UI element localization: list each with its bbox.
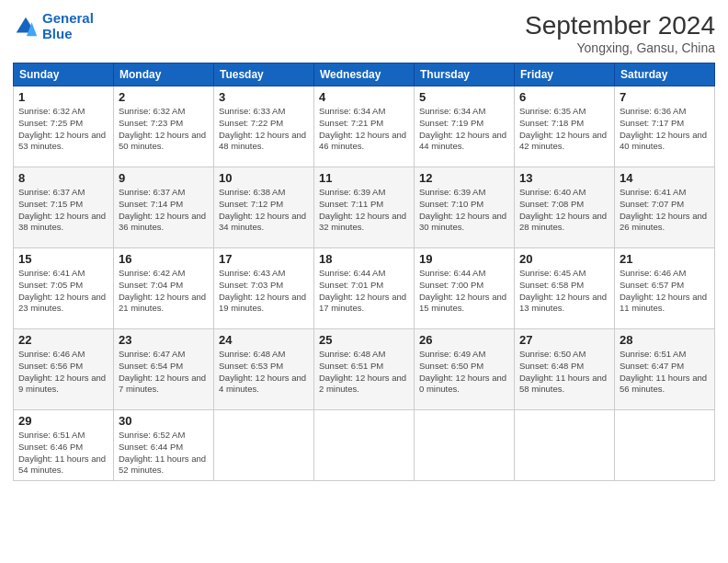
weekday-header: Wednesday bbox=[314, 63, 415, 86]
calendar-cell: 21Sunrise: 6:46 AMSunset: 6:57 PMDayligh… bbox=[615, 248, 715, 329]
calendar-cell: 5Sunrise: 6:34 AMSunset: 7:19 PMDaylight… bbox=[415, 86, 515, 167]
month-title: September 2024 bbox=[525, 11, 715, 40]
day-info: Sunrise: 6:34 AMSunset: 7:21 PMDaylight:… bbox=[319, 106, 409, 153]
logo-icon bbox=[13, 14, 39, 40]
title-block: September 2024 Yongxing, Gansu, China bbox=[525, 11, 715, 55]
day-number: 26 bbox=[419, 333, 509, 347]
day-info: Sunrise: 6:48 AMSunset: 6:53 PMDaylight:… bbox=[219, 349, 309, 396]
day-number: 6 bbox=[519, 90, 609, 104]
day-number: 25 bbox=[319, 333, 409, 347]
day-info: Sunrise: 6:37 AMSunset: 7:15 PMDaylight:… bbox=[18, 187, 108, 234]
calendar-cell bbox=[415, 410, 515, 481]
weekday-header: Monday bbox=[114, 63, 214, 86]
day-number: 21 bbox=[620, 252, 710, 266]
calendar-cell: 11Sunrise: 6:39 AMSunset: 7:11 PMDayligh… bbox=[314, 167, 415, 248]
calendar-cell: 19Sunrise: 6:44 AMSunset: 7:00 PMDayligh… bbox=[415, 248, 515, 329]
calendar-cell: 23Sunrise: 6:47 AMSunset: 6:54 PMDayligh… bbox=[114, 329, 214, 410]
day-info: Sunrise: 6:35 AMSunset: 7:18 PMDaylight:… bbox=[519, 106, 609, 153]
calendar-cell: 16Sunrise: 6:42 AMSunset: 7:04 PMDayligh… bbox=[114, 248, 214, 329]
calendar-cell: 27Sunrise: 6:50 AMSunset: 6:48 PMDayligh… bbox=[515, 329, 615, 410]
day-info: Sunrise: 6:42 AMSunset: 7:04 PMDaylight:… bbox=[119, 268, 209, 315]
calendar-cell: 4Sunrise: 6:34 AMSunset: 7:21 PMDaylight… bbox=[314, 86, 415, 167]
day-number: 3 bbox=[219, 90, 309, 104]
day-number: 24 bbox=[219, 333, 309, 347]
calendar-header-row: SundayMondayTuesdayWednesdayThursdayFrid… bbox=[14, 63, 715, 86]
calendar-week-row: 22Sunrise: 6:46 AMSunset: 6:56 PMDayligh… bbox=[14, 329, 715, 410]
day-info: Sunrise: 6:40 AMSunset: 7:08 PMDaylight:… bbox=[519, 187, 609, 234]
calendar-cell: 12Sunrise: 6:39 AMSunset: 7:10 PMDayligh… bbox=[415, 167, 515, 248]
day-info: Sunrise: 6:47 AMSunset: 6:54 PMDaylight:… bbox=[119, 349, 209, 396]
day-number: 17 bbox=[219, 252, 309, 266]
calendar-cell: 3Sunrise: 6:33 AMSunset: 7:22 PMDaylight… bbox=[214, 86, 314, 167]
calendar-cell: 8Sunrise: 6:37 AMSunset: 7:15 PMDaylight… bbox=[14, 167, 114, 248]
calendar-cell: 10Sunrise: 6:38 AMSunset: 7:12 PMDayligh… bbox=[214, 167, 314, 248]
day-info: Sunrise: 6:34 AMSunset: 7:19 PMDaylight:… bbox=[419, 106, 509, 153]
calendar-cell bbox=[515, 410, 615, 481]
calendar-cell: 9Sunrise: 6:37 AMSunset: 7:14 PMDaylight… bbox=[114, 167, 214, 248]
day-number: 28 bbox=[620, 333, 710, 347]
day-number: 11 bbox=[319, 171, 409, 185]
calendar: SundayMondayTuesdayWednesdayThursdayFrid… bbox=[13, 63, 715, 481]
weekday-header: Sunday bbox=[14, 63, 114, 86]
day-info: Sunrise: 6:33 AMSunset: 7:22 PMDaylight:… bbox=[219, 106, 309, 153]
day-number: 20 bbox=[519, 252, 609, 266]
day-number: 14 bbox=[620, 171, 710, 185]
day-info: Sunrise: 6:51 AMSunset: 6:47 PMDaylight:… bbox=[620, 349, 710, 396]
day-number: 30 bbox=[119, 414, 209, 428]
location-subtitle: Yongxing, Gansu, China bbox=[525, 40, 715, 55]
calendar-cell: 17Sunrise: 6:43 AMSunset: 7:03 PMDayligh… bbox=[214, 248, 314, 329]
day-info: Sunrise: 6:39 AMSunset: 7:11 PMDaylight:… bbox=[319, 187, 409, 234]
weekday-header: Tuesday bbox=[214, 63, 314, 86]
calendar-cell: 30Sunrise: 6:52 AMSunset: 6:44 PMDayligh… bbox=[114, 410, 214, 481]
day-number: 15 bbox=[18, 252, 108, 266]
calendar-week-row: 8Sunrise: 6:37 AMSunset: 7:15 PMDaylight… bbox=[14, 167, 715, 248]
day-info: Sunrise: 6:51 AMSunset: 6:46 PMDaylight:… bbox=[18, 430, 108, 477]
day-info: Sunrise: 6:41 AMSunset: 7:05 PMDaylight:… bbox=[18, 268, 108, 315]
calendar-cell bbox=[615, 410, 715, 481]
day-number: 10 bbox=[219, 171, 309, 185]
day-number: 7 bbox=[620, 90, 710, 104]
page: General Blue September 2024 Yongxing, Ga… bbox=[0, 0, 728, 563]
logo-text: General Blue bbox=[42, 11, 94, 41]
weekday-header: Friday bbox=[515, 63, 615, 86]
day-number: 18 bbox=[319, 252, 409, 266]
calendar-cell: 29Sunrise: 6:51 AMSunset: 6:46 PMDayligh… bbox=[14, 410, 114, 481]
day-number: 9 bbox=[119, 171, 209, 185]
day-info: Sunrise: 6:43 AMSunset: 7:03 PMDaylight:… bbox=[219, 268, 309, 315]
day-info: Sunrise: 6:32 AMSunset: 7:23 PMDaylight:… bbox=[119, 106, 209, 153]
day-info: Sunrise: 6:46 AMSunset: 6:56 PMDaylight:… bbox=[18, 349, 108, 396]
day-info: Sunrise: 6:38 AMSunset: 7:12 PMDaylight:… bbox=[219, 187, 309, 234]
calendar-cell: 15Sunrise: 6:41 AMSunset: 7:05 PMDayligh… bbox=[14, 248, 114, 329]
day-number: 16 bbox=[119, 252, 209, 266]
day-number: 13 bbox=[519, 171, 609, 185]
day-info: Sunrise: 6:45 AMSunset: 6:58 PMDaylight:… bbox=[519, 268, 609, 315]
day-info: Sunrise: 6:41 AMSunset: 7:07 PMDaylight:… bbox=[620, 187, 710, 234]
weekday-header: Saturday bbox=[615, 63, 715, 86]
calendar-cell: 14Sunrise: 6:41 AMSunset: 7:07 PMDayligh… bbox=[615, 167, 715, 248]
calendar-cell: 13Sunrise: 6:40 AMSunset: 7:08 PMDayligh… bbox=[515, 167, 615, 248]
calendar-cell: 24Sunrise: 6:48 AMSunset: 6:53 PMDayligh… bbox=[214, 329, 314, 410]
day-number: 19 bbox=[419, 252, 509, 266]
calendar-cell: 2Sunrise: 6:32 AMSunset: 7:23 PMDaylight… bbox=[114, 86, 214, 167]
calendar-cell: 6Sunrise: 6:35 AMSunset: 7:18 PMDaylight… bbox=[515, 86, 615, 167]
calendar-cell: 28Sunrise: 6:51 AMSunset: 6:47 PMDayligh… bbox=[615, 329, 715, 410]
day-info: Sunrise: 6:46 AMSunset: 6:57 PMDaylight:… bbox=[620, 268, 710, 315]
day-info: Sunrise: 6:39 AMSunset: 7:10 PMDaylight:… bbox=[419, 187, 509, 234]
logo: General Blue bbox=[13, 11, 94, 41]
calendar-cell: 18Sunrise: 6:44 AMSunset: 7:01 PMDayligh… bbox=[314, 248, 415, 329]
day-info: Sunrise: 6:52 AMSunset: 6:44 PMDaylight:… bbox=[119, 430, 209, 477]
calendar-cell: 7Sunrise: 6:36 AMSunset: 7:17 PMDaylight… bbox=[615, 86, 715, 167]
day-info: Sunrise: 6:32 AMSunset: 7:25 PMDaylight:… bbox=[18, 106, 108, 153]
day-number: 4 bbox=[319, 90, 409, 104]
day-info: Sunrise: 6:44 AMSunset: 7:01 PMDaylight:… bbox=[319, 268, 409, 315]
day-number: 8 bbox=[18, 171, 108, 185]
day-info: Sunrise: 6:37 AMSunset: 7:14 PMDaylight:… bbox=[119, 187, 209, 234]
day-info: Sunrise: 6:49 AMSunset: 6:50 PMDaylight:… bbox=[419, 349, 509, 396]
day-number: 2 bbox=[119, 90, 209, 104]
calendar-cell: 1Sunrise: 6:32 AMSunset: 7:25 PMDaylight… bbox=[14, 86, 114, 167]
calendar-cell: 25Sunrise: 6:48 AMSunset: 6:51 PMDayligh… bbox=[314, 329, 415, 410]
calendar-week-row: 1Sunrise: 6:32 AMSunset: 7:25 PMDaylight… bbox=[14, 86, 715, 167]
calendar-week-row: 15Sunrise: 6:41 AMSunset: 7:05 PMDayligh… bbox=[14, 248, 715, 329]
calendar-cell: 22Sunrise: 6:46 AMSunset: 6:56 PMDayligh… bbox=[14, 329, 114, 410]
day-info: Sunrise: 6:50 AMSunset: 6:48 PMDaylight:… bbox=[519, 349, 609, 396]
